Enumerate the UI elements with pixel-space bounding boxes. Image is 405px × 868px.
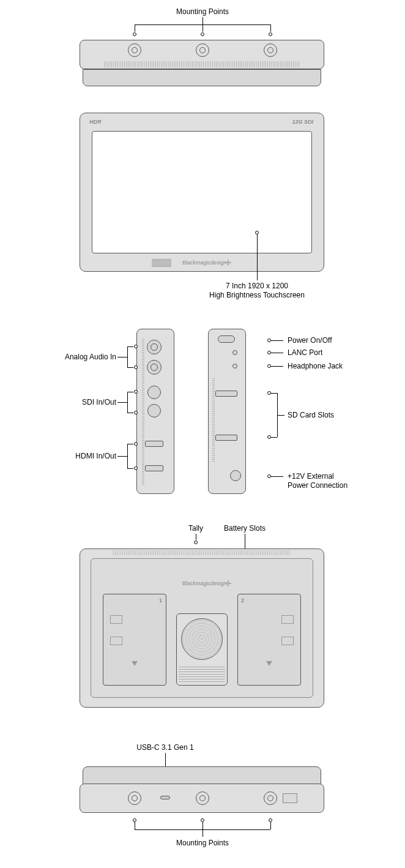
brand-logo: Blackmagicdesign [182, 580, 227, 586]
xlr-port-icon [147, 340, 162, 354]
fan-icon [181, 618, 223, 660]
slot-number: 2 [241, 597, 244, 604]
label-hdmi: HDMI In/Out [49, 452, 116, 462]
brand-logo: Blackmagicdesign [182, 260, 227, 266]
label-mounting-points-top: Mounting Points [176, 7, 229, 17]
label-12v-line2: Power Connection [288, 481, 347, 491]
sd-card-slot-icon[interactable] [215, 391, 237, 397]
label-sd-slots: SD Card Slots [288, 411, 334, 421]
hdmi-port-icon [145, 441, 163, 447]
mounting-hole-icon [264, 791, 277, 805]
mounting-hole-icon [264, 43, 277, 57]
slot-number: 1 [159, 597, 162, 604]
label-usb: USB-C 3.1 Gen 1 [136, 743, 193, 753]
label-battery-slots: Battery Slots [224, 524, 266, 534]
hdr-badge: HDR [89, 119, 102, 125]
sd-card-slot-icon[interactable] [215, 435, 237, 441]
label-12v-line1: +12V External [288, 472, 334, 482]
label-tally: Tally [188, 524, 203, 534]
mounting-hole-icon [128, 791, 141, 805]
hdmi-port-icon [145, 465, 163, 471]
mounting-hole-icon [196, 791, 209, 805]
vent-icon [104, 61, 300, 67]
label-mounting-points-bottom: Mounting Points [176, 839, 229, 848]
headphone-jack-icon [232, 364, 237, 369]
label-power: Power On/Off [288, 336, 332, 346]
label-screen-line1: 7 Inch 1920 x 1200 [226, 282, 288, 291]
arrow-down-icon [132, 661, 138, 666]
label-analog-audio: Analog Audio In [49, 353, 116, 362]
arrow-down-icon [266, 661, 272, 666]
label-screen-line2: High Brightness Touchscreen [209, 291, 305, 301]
label-headphone: Headphone Jack [288, 362, 343, 372]
speaker-icon [152, 258, 171, 267]
lanc-port-icon [232, 350, 237, 355]
sdi-port-icon [147, 386, 161, 399]
touchscreen[interactable] [92, 131, 312, 253]
sdi-badge: 12G SDI [292, 119, 313, 125]
power-12v-port-icon [230, 470, 241, 481]
xlr-port-icon [147, 360, 162, 375]
label-sdi: SDI In/Out [49, 398, 116, 408]
label-lanc: LANC Port [288, 348, 322, 358]
vent-icon [113, 550, 291, 555]
power-switch-icon[interactable] [218, 335, 235, 343]
mounting-hole-icon [196, 43, 209, 57]
sdi-port-icon [147, 404, 161, 417]
mounting-hole-icon [128, 43, 141, 57]
usb-c-port-icon [160, 796, 170, 799]
